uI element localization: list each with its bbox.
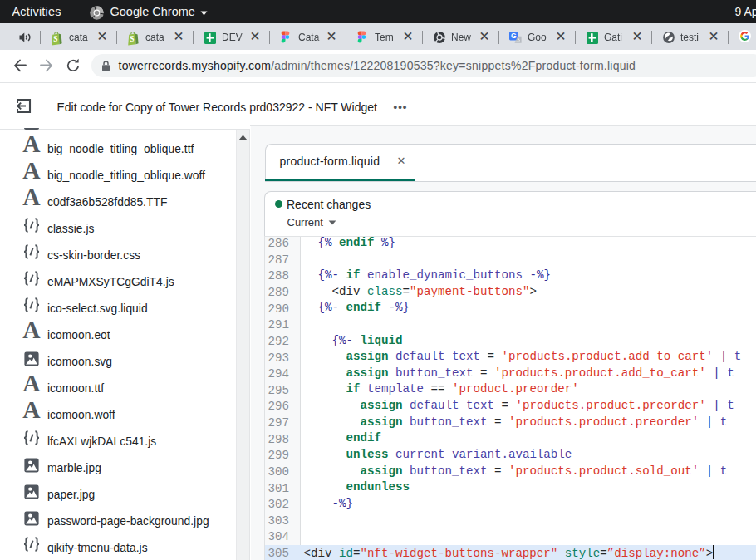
svg-text:S: S [130,34,134,42]
svg-text:G: G [511,32,517,40]
svg-text:S: S [53,34,57,42]
